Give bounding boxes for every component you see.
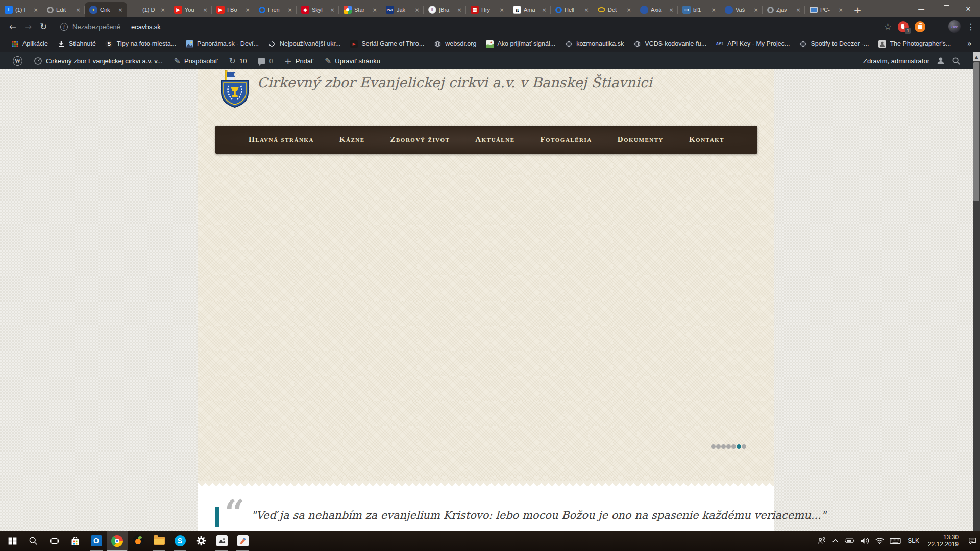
browser-tab-hry[interactable]: ▥Hry× (466, 2, 508, 17)
outlook-icon[interactable]: O (86, 531, 107, 551)
customize-button[interactable]: ✎ Prispôsobiť (168, 52, 224, 69)
site-name-menu[interactable]: Cirkevný zbor Evanjelickej cirkvi a.v. v… (28, 52, 168, 69)
tab-close-button[interactable]: × (541, 7, 548, 13)
url-text[interactable]: ecavbs.sk (131, 23, 161, 31)
scrollbar[interactable]: ▲ (973, 52, 980, 531)
slider-dot-6[interactable] (737, 444, 741, 449)
greeting-text[interactable]: Zdravím, administrator (863, 57, 929, 65)
slider-dot-3[interactable] (721, 444, 726, 449)
tab-close-button[interactable]: × (371, 7, 378, 13)
language-indicator[interactable]: SLK (906, 537, 921, 544)
bookmark-item-websdr-org[interactable]: websdr.org (429, 38, 481, 50)
nav-item-zborový-život[interactable]: Zborový život (390, 135, 450, 144)
bookmark-item-panoráma-sk-deví[interactable]: Panoráma.sk - Deví... (181, 38, 263, 50)
skype-icon[interactable]: S (169, 531, 190, 551)
browser-tab-fren[interactable]: Fren× (254, 2, 297, 17)
browser-tab-star[interactable]: Star× (339, 2, 381, 17)
nav-item-kázne[interactable]: Kázne (339, 135, 365, 144)
add-new-button[interactable]: + Pridať (279, 52, 319, 69)
slider-dot-2[interactable] (716, 444, 721, 449)
tab-close-button[interactable]: × (752, 7, 760, 13)
wp-logo-menu[interactable]: W (7, 52, 28, 69)
tab-close-button[interactable]: × (413, 7, 421, 13)
nav-item-hlavná-stránka[interactable]: Hlavná stránka (249, 135, 314, 144)
reload-button[interactable]: ↻ (36, 19, 51, 34)
tab-close-button[interactable]: × (32, 7, 39, 13)
comments-button[interactable]: 0 (252, 52, 278, 69)
tab-close-button[interactable]: × (75, 7, 82, 13)
bookmark-item-the-photographer-s[interactable]: The Photographer's... (873, 38, 955, 50)
nav-item-fotogaléria[interactable]: Fotogaléria (540, 135, 592, 144)
bookmark-item-kozmonautika-sk[interactable]: kozmonautika.sk (560, 38, 628, 50)
browser-tab-det[interactable]: Det× (593, 2, 635, 17)
tab-close-button[interactable]: × (329, 7, 336, 13)
task-view-button[interactable] (44, 531, 65, 551)
tab-close-button[interactable]: × (286, 7, 293, 13)
nav-item-kontakt[interactable]: Kontakt (689, 135, 724, 144)
browser-tab-pc[interactable]: PC-× (805, 2, 847, 17)
clock[interactable]: 13:30 22.12.2019 (926, 534, 961, 548)
browser-tab-vaš[interactable]: Vaš× (720, 2, 763, 17)
browser-menu-icon[interactable]: ⋮ (967, 22, 975, 32)
tab-close-button[interactable]: × (583, 7, 590, 13)
browser-tab-skyl[interactable]: ◆Skyl× (297, 2, 339, 17)
browser-tab-bra[interactable]: ‖[Bra× (424, 2, 466, 17)
profile-avatar[interactable]: BW (948, 20, 961, 33)
wifi-icon[interactable] (875, 537, 885, 545)
slider-dot-1[interactable] (711, 444, 716, 449)
browser-tab-edit[interactable]: Edit× (42, 2, 85, 17)
tab-close-button[interactable]: × (668, 7, 675, 13)
tray-chevron-up-icon[interactable] (831, 537, 839, 545)
bookmark-item-stiahnuté[interactable]: Stiahnuté (53, 38, 101, 50)
battery-icon[interactable] (844, 537, 855, 545)
tab-close-button[interactable]: × (837, 7, 844, 13)
snip-sketch-icon[interactable] (232, 531, 253, 551)
browser-tab-you[interactable]: ▶You× (169, 2, 212, 17)
bookmark-item-nejpoužívan-jší-ukr[interactable]: Nejpoužívanější ukr... (263, 38, 346, 50)
nav-item-dokumenty[interactable]: Dokumenty (618, 135, 664, 144)
bookmarks-overflow-button[interactable]: » (967, 39, 972, 48)
maximize-button[interactable] (933, 0, 957, 17)
forward-button[interactable]: → (20, 19, 36, 34)
tab-close-button[interactable]: × (710, 7, 717, 13)
bookmark-item-ako-prijímať-signál[interactable]: Ako prijímať signál... (481, 38, 560, 50)
browser-tab-ama[interactable]: aAma× (508, 2, 551, 17)
admin-search-icon[interactable] (952, 57, 961, 65)
browser-tab-1-f[interactable]: f(1) F× (0, 2, 42, 17)
tab-close-button[interactable]: × (117, 7, 124, 13)
security-label[interactable]: Nezabezpečené (72, 23, 120, 31)
bookmark-item-spotify-to-deezer[interactable]: Spotify to Deezer -... (794, 38, 873, 50)
extension-icon[interactable] (915, 21, 925, 32)
people-icon[interactable] (817, 536, 826, 545)
adblock-extension-icon[interactable]: 1 (898, 21, 909, 32)
volume-icon[interactable] (860, 537, 870, 545)
bookmark-item-aplikácie[interactable]: Aplikácie (6, 38, 53, 50)
tab-close-button[interactable]: × (498, 7, 505, 13)
bookmark-item-vcds-kodovanie-fu[interactable]: VCDS-kodovanie-fu... (628, 38, 711, 50)
tab-close-button[interactable]: × (795, 7, 802, 13)
browser-tab-jak[interactable]: PCTJak× (381, 2, 424, 17)
fl-studio-icon[interactable] (128, 531, 149, 551)
nav-item-aktuálne[interactable]: Aktuálne (475, 135, 514, 144)
tab-close-button[interactable]: × (244, 7, 251, 13)
action-center-icon[interactable] (966, 536, 977, 545)
browser-tab-axiá[interactable]: Axiá× (635, 2, 678, 17)
browser-tab-zjav[interactable]: Zjav× (763, 2, 805, 17)
scrollbar-thumb[interactable] (973, 62, 979, 201)
photos-icon[interactable] (211, 531, 232, 551)
browser-tab-bf1[interactable]: THbf1× (678, 2, 720, 17)
chrome-icon[interactable] (107, 531, 128, 551)
bookmark-item-seriál-game-of-thro[interactable]: ▶Seriál Game of Thro... (346, 38, 429, 50)
tab-close-button[interactable]: × (202, 7, 209, 13)
bookmark-star-icon[interactable]: ☆ (884, 21, 892, 32)
minimize-button[interactable]: — (910, 0, 933, 17)
start-button[interactable] (2, 531, 23, 551)
slider-dot-4[interactable] (726, 444, 731, 449)
touch-keyboard-icon[interactable] (890, 537, 901, 545)
back-button[interactable]: ← (5, 19, 20, 34)
browser-tab-hell[interactable]: Hell× (551, 2, 593, 17)
account-icon[interactable] (936, 56, 945, 65)
microsoft-store-icon[interactable] (65, 531, 86, 551)
browser-tab-cirk[interactable]: ♦Cirk× (85, 2, 127, 17)
settings-icon[interactable] (190, 531, 211, 551)
